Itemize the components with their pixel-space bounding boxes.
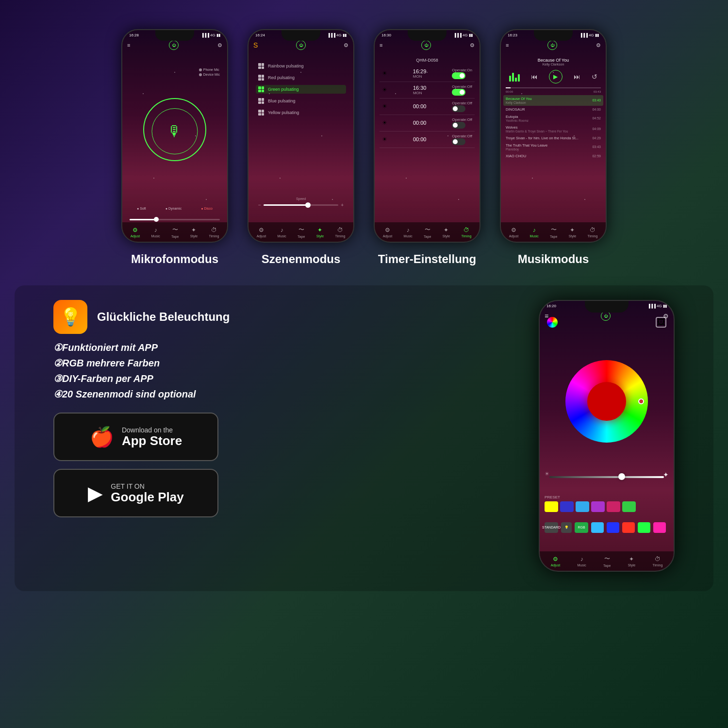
time-display-music: 16:23 bbox=[508, 33, 517, 37]
play-button[interactable]: ▶ bbox=[549, 70, 563, 83]
preset-pink[interactable] bbox=[607, 501, 620, 512]
song-row[interactable]: XIAO CHOU 02:59 bbox=[503, 152, 603, 160]
song-list: Because Of You Kelly Clarkson 03:43 DINO… bbox=[503, 95, 603, 160]
nav-style-s[interactable]: ✦Style bbox=[316, 227, 324, 238]
color-wheel-container[interactable] bbox=[565, 360, 648, 443]
speed-section: Speed − + bbox=[256, 197, 346, 208]
preset-blue[interactable] bbox=[560, 501, 574, 512]
preset-yellow[interactable] bbox=[545, 501, 558, 512]
nav-music[interactable]: ♪ Music bbox=[151, 227, 160, 238]
phone-notch-timer bbox=[408, 30, 447, 41]
timer-row-5: ☀ 00:00 Operate:Off bbox=[380, 132, 475, 148]
scene-blue[interactable]: Blue pulsating bbox=[256, 97, 346, 105]
brightness-slider[interactable] bbox=[549, 476, 664, 478]
app-icon: 💡 bbox=[53, 300, 87, 334]
song-title: The Truth That You Leave bbox=[506, 143, 592, 148]
nav-music-t[interactable]: ♪Music bbox=[403, 227, 412, 238]
nav-adjust-s[interactable]: ⚙Adjust bbox=[257, 227, 266, 238]
timer-screen: 16:30 ▐▐▐ 4G ▮▮ ≡ ⏻ ⚙ QHM-D058 ☀ 16:29 M… bbox=[375, 30, 480, 242]
nav-music-m[interactable]: ♪Music bbox=[529, 227, 538, 238]
preset-purple[interactable] bbox=[591, 501, 605, 512]
power-icon-scene[interactable]: ⏻ bbox=[296, 40, 306, 50]
standard-btn[interactable]: STANDARD bbox=[545, 522, 558, 533]
nav-music-s[interactable]: ♪Music bbox=[277, 227, 286, 238]
big-bottom-nav: ⚙Adjust ♪Music 〜Tape ✦Style ⏱Timing bbox=[540, 551, 674, 571]
scene-rainbow[interactable]: Rainbow pulsating bbox=[256, 62, 346, 70]
song-row[interactable]: DINOSAUR 04:00 bbox=[503, 106, 603, 113]
phone-row: 16:28 ▐▐▐ 4G ▮▮ ≡ ⏻ ⚙ Phone Mic Device M… bbox=[0, 0, 728, 285]
nav-style[interactable]: ✦ Style bbox=[190, 227, 198, 238]
repeat-button[interactable]: ↺ bbox=[592, 73, 597, 81]
nav-timing-s[interactable]: ⏱Timing bbox=[335, 227, 346, 238]
nav-adjust-t[interactable]: ⚙Adjust bbox=[383, 227, 392, 238]
big-nav-adjust[interactable]: ⚙Adjust bbox=[551, 556, 560, 567]
google-play-button[interactable]: ▶ GET IT ON Google Play bbox=[53, 469, 218, 517]
song-artist: Yoothnic Roomz bbox=[506, 119, 592, 122]
toggle-3[interactable] bbox=[452, 105, 465, 112]
mode-disco: ● Disco bbox=[201, 207, 213, 210]
bulb-icon[interactable]: 💡 bbox=[561, 522, 572, 533]
power-icon[interactable]: ⏻ bbox=[169, 40, 179, 50]
equalizer bbox=[509, 72, 520, 82]
nav-style-t[interactable]: ✦Style bbox=[443, 227, 450, 238]
nav-tape-s[interactable]: 〜Tape bbox=[298, 226, 305, 238]
toggle-2[interactable] bbox=[452, 89, 465, 96]
toggle-1[interactable] bbox=[452, 72, 465, 79]
color-wheel[interactable] bbox=[565, 360, 648, 443]
std-green[interactable] bbox=[638, 522, 650, 533]
toggle-5[interactable] bbox=[452, 138, 465, 145]
signal-timer: ▐▐▐ 4G ▮▮ bbox=[453, 33, 473, 37]
google-play-icon: ▶ bbox=[88, 482, 103, 504]
timer-row-4: ☀ 00:00 Operate:Off bbox=[380, 115, 475, 132]
app-store-button[interactable]: 🍎 Download on the App Store bbox=[53, 413, 218, 461]
big-phone-screen: 16:20 ▐▐▐ 4G ▮▮ ≡ ⏻ ⚙ 🖼 bbox=[540, 301, 674, 571]
big-nav-tape[interactable]: 〜Tape bbox=[603, 555, 611, 567]
phone-frame-scene: 16:24 ▐▐▐ 4G ▮▮ S ⏻ ⚙ Rainbow pulsating … bbox=[248, 29, 354, 243]
std-blue[interactable] bbox=[607, 522, 619, 533]
nav-timing[interactable]: ⏱ Timing bbox=[209, 227, 219, 238]
signal-music: ▐▐▐ 4G ▮▮ bbox=[579, 33, 599, 37]
big-nav-timing[interactable]: ⏱Timing bbox=[653, 556, 663, 567]
std-pink[interactable] bbox=[653, 522, 666, 533]
app-store-text: Download on the App Store bbox=[122, 426, 182, 448]
nav-adjust[interactable]: ⚙ Adjust bbox=[131, 227, 140, 238]
song-row[interactable]: Wolves Martin Garrix & Troye Sivan ~ The… bbox=[503, 124, 603, 134]
progress-bar[interactable] bbox=[506, 87, 601, 88]
nav-tape-t[interactable]: 〜Tape bbox=[424, 226, 431, 238]
preset-lightblue[interactable] bbox=[576, 501, 589, 512]
song-row[interactable]: Because Of You Kelly Clarkson 03:43 bbox=[503, 95, 603, 106]
song-row[interactable]: Troye Sivan - for him. Live on the Honda… bbox=[503, 134, 603, 142]
nav-tape[interactable]: 〜 Tape bbox=[171, 226, 179, 238]
song-row[interactable]: Eutopia Yoothnic Roomz 04:52 bbox=[503, 113, 603, 124]
scene-green[interactable]: Green pulsating bbox=[256, 85, 346, 94]
mic-slider[interactable] bbox=[130, 219, 220, 220]
big-nav-music[interactable]: ♪Music bbox=[577, 556, 586, 567]
power-icon-timer[interactable]: ⏻ bbox=[421, 40, 431, 50]
power-icon-music[interactable]: ⏻ bbox=[547, 40, 557, 50]
song-title: DINOSAUR bbox=[506, 107, 592, 112]
google-play-small-text: GET IT ON bbox=[111, 482, 183, 490]
nav-style-m[interactable]: ✦Style bbox=[569, 227, 577, 238]
prev-button[interactable]: ⏮ bbox=[531, 73, 538, 81]
scene-red[interactable]: Red pulsating bbox=[256, 73, 346, 82]
mode-label-timer: Timer-Einstellung bbox=[378, 252, 476, 266]
scene-yellow[interactable]: Yellow pulsating bbox=[256, 108, 346, 117]
nav-adjust-m[interactable]: ⚙Adjust bbox=[509, 227, 518, 238]
nav-timing-m[interactable]: ⏱Timing bbox=[588, 227, 598, 238]
song-row[interactable]: The Truth That You Leave Pianoboy 03:43 bbox=[503, 142, 603, 152]
std-cyan[interactable] bbox=[591, 522, 604, 533]
preset-label: PRESET bbox=[545, 495, 669, 499]
big-power-icon[interactable]: ⏻ bbox=[601, 311, 611, 321]
toggle-4[interactable] bbox=[452, 122, 465, 129]
rgb-btn[interactable]: RGB bbox=[575, 522, 588, 533]
nav-tape-m[interactable]: 〜Tape bbox=[550, 226, 557, 238]
time-display: 16:28 bbox=[129, 33, 139, 37]
nav-timing-t[interactable]: ⏱Timing bbox=[462, 227, 472, 238]
next-button[interactable]: ⏭ bbox=[574, 73, 580, 81]
preset-green[interactable] bbox=[622, 501, 636, 512]
std-red[interactable] bbox=[622, 522, 635, 533]
signal-scene: ▐▐▐ 4G ▮▮ bbox=[327, 33, 347, 37]
bottom-nav-mic: ⚙ Adjust ♪ Music 〜 Tape ✦ Style bbox=[122, 222, 227, 242]
big-nav-style[interactable]: ✦Style bbox=[628, 556, 636, 567]
left-panel: 💡 Glückliche Beleuchtung ①Funktioniert m… bbox=[53, 300, 510, 572]
